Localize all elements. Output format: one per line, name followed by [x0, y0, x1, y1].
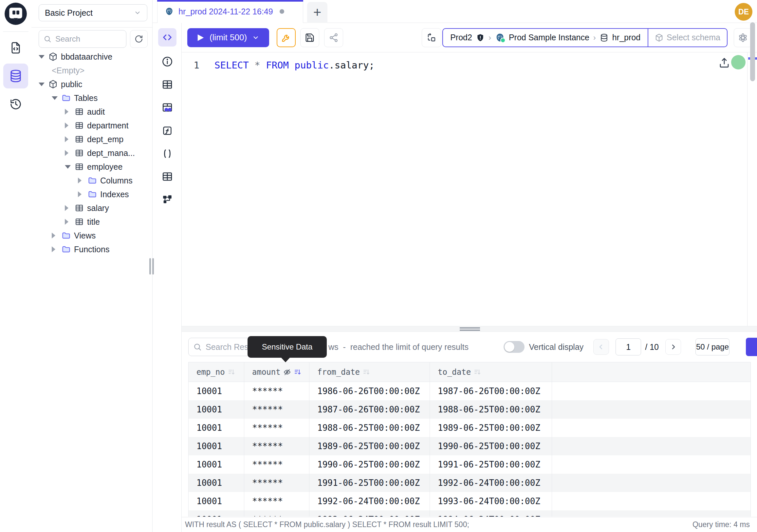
sidebar-resize-handle[interactable] [149, 258, 155, 274]
tables-panel-icon[interactable] [161, 78, 173, 91]
vertical-display-toggle[interactable] [503, 341, 525, 353]
tree-node-columns[interactable]: Columns [31, 173, 152, 187]
cell-amount[interactable]: ****** [244, 455, 309, 474]
connection-select[interactable]: Prod2 › Prod Sample Instance › hr_prod [443, 29, 648, 47]
share-button[interactable] [324, 28, 343, 47]
caret-right-icon[interactable] [65, 219, 75, 225]
cell-to_date[interactable]: 1993-06-24T00:00:00Z [430, 492, 552, 510]
schema-diagram-icon[interactable] [161, 193, 173, 206]
sort-icon[interactable] [473, 368, 481, 376]
sql-editor[interactable]: 1 SELECT * FROM public.salary; [182, 52, 757, 326]
caret-down-icon[interactable] [65, 165, 75, 169]
avatar[interactable]: DE [735, 3, 752, 21]
new-tab-button[interactable]: + [307, 2, 327, 23]
page-number-input[interactable] [616, 338, 641, 356]
sensitive-table-icon[interactable] [161, 101, 173, 114]
cell-to_date[interactable]: 1992-06-24T00:00:00Z [430, 474, 552, 492]
tree-node-empty[interactable]: <Empty> [31, 64, 152, 77]
cell-from_date[interactable]: 1986-06-26T00:00:00Z [309, 382, 430, 400]
save-button[interactable] [300, 28, 319, 47]
cell-emp_no[interactable]: 10001 [189, 510, 244, 516]
cell-emp_no[interactable]: 10001 [189, 492, 244, 510]
code-panel-button[interactable] [158, 28, 176, 47]
tree-node-audit[interactable]: audit [31, 105, 152, 119]
tree-node-tables[interactable]: Tables [31, 91, 152, 105]
ai-assistant-button[interactable] [734, 28, 752, 47]
eye-off-icon[interactable] [283, 368, 291, 376]
cell-from_date[interactable]: 1991-06-25T00:00:00Z [309, 474, 430, 492]
tree-node-dept-emp[interactable]: dept_emp [31, 132, 152, 146]
cell-to_date[interactable]: 1990-06-25T00:00:00Z [430, 437, 552, 455]
column-header-emp_no[interactable]: emp_no [189, 362, 244, 382]
caret-right-icon[interactable] [78, 191, 88, 197]
tree-node-indexes[interactable]: Indexes [31, 187, 152, 201]
assistant-dot-icon[interactable] [731, 55, 745, 70]
panel-splitter[interactable] [182, 326, 757, 332]
admin-wrench-button[interactable] [277, 28, 296, 47]
tree-node-salary[interactable]: salary [31, 201, 152, 215]
history-nav-icon[interactable] [3, 92, 28, 117]
sort-icon[interactable] [362, 368, 370, 376]
cell-to_date[interactable]: 1987-06-26T00:00:00Z [430, 382, 552, 400]
tree-node-functions[interactable]: Functions [31, 242, 152, 256]
page-size-select[interactable]: 50 / page [695, 338, 730, 356]
tree-node-department[interactable]: department [31, 119, 152, 132]
export-button[interactable] [746, 338, 757, 356]
cell-from_date[interactable]: 1990-06-25T00:00:00Z [309, 455, 430, 474]
schema-select[interactable]: Select schema [648, 29, 727, 47]
cell-emp_no[interactable]: 10001 [189, 382, 244, 400]
caret-down-icon[interactable] [39, 55, 48, 59]
caret-right-icon[interactable] [65, 122, 75, 128]
cell-from_date[interactable]: 1989-06-25T00:00:00Z [309, 437, 430, 455]
caret-down-icon[interactable] [52, 96, 62, 100]
cell-amount[interactable]: ****** [244, 474, 309, 492]
bytebase-logo-icon[interactable] [4, 2, 27, 25]
functions-panel-icon[interactable] [161, 124, 173, 137]
cell-amount[interactable]: ****** [244, 382, 309, 400]
caret-right-icon[interactable] [65, 109, 75, 115]
cell-from_date[interactable]: 1988-06-25T00:00:00Z [309, 419, 430, 437]
column-header-to_date[interactable]: to_date [430, 362, 552, 382]
cell-amount[interactable]: ****** [244, 400, 309, 419]
cell-to_date[interactable]: 1994-06-24T00:00:00Z [430, 510, 552, 516]
caret-right-icon[interactable] [65, 136, 75, 142]
caret-right-icon[interactable] [65, 205, 75, 211]
caret-down-icon[interactable] [39, 82, 48, 86]
cell-amount[interactable]: ****** [244, 437, 309, 455]
caret-right-icon[interactable] [65, 150, 75, 156]
splitter-handle-icon[interactable] [460, 327, 480, 331]
info-icon[interactable] [161, 55, 173, 68]
caret-right-icon[interactable] [52, 233, 62, 238]
cell-to_date[interactable]: 1988-06-25T00:00:00Z [430, 400, 552, 419]
results-scrollbar[interactable] [750, 22, 755, 81]
cell-from_date[interactable]: 1992-06-24T00:00:00Z [309, 492, 430, 510]
database-nav-icon[interactable] [3, 64, 28, 88]
tree-node-title[interactable]: title [31, 215, 152, 229]
column-header-amount[interactable]: amount [244, 362, 309, 382]
cell-emp_no[interactable]: 10001 [189, 455, 244, 474]
cell-amount[interactable]: ****** [244, 419, 309, 437]
cell-amount[interactable]: ****** [244, 510, 309, 516]
project-select[interactable]: Basic Project [39, 4, 147, 21]
prev-page-button[interactable] [593, 339, 609, 355]
cell-emp_no[interactable]: 10001 [189, 419, 244, 437]
upload-icon[interactable] [718, 57, 730, 69]
tree-node-dept-mana[interactable]: dept_mana... [31, 146, 152, 160]
sidebar-search-input[interactable] [55, 34, 118, 44]
tree-node-views[interactable]: Views [31, 229, 152, 242]
tree-node-employee[interactable]: employee [31, 160, 152, 173]
tree-node-public[interactable]: public [31, 77, 152, 91]
cell-amount[interactable]: ****** [244, 492, 309, 510]
sort-icon[interactable] [294, 368, 302, 376]
tree-node-bbdataarchive[interactable]: bbdataarchive [31, 50, 152, 64]
worksheet-nav-icon[interactable] [3, 35, 28, 60]
sort-icon[interactable] [227, 368, 235, 376]
procedures-panel-icon[interactable] [161, 147, 173, 160]
worksheet-tab[interactable]: hr_prod 2024-11-22 16:49 [157, 0, 303, 23]
compare-icon[interactable] [422, 28, 441, 47]
refresh-button[interactable] [130, 30, 148, 48]
cell-to_date[interactable]: 1991-06-25T00:00:00Z [430, 455, 552, 474]
cell-from_date[interactable]: 1993-06-24T00:00:00Z [309, 510, 430, 516]
cell-emp_no[interactable]: 10001 [189, 400, 244, 419]
external-tables-panel-icon[interactable] [161, 170, 173, 183]
